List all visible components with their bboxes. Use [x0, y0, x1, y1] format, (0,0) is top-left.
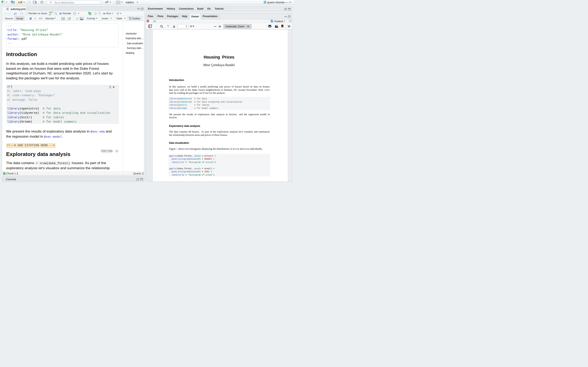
svg-text:R: R	[13, 2, 14, 4]
svg-text:1: 1	[67, 17, 68, 19]
svg-text:G: G	[105, 1, 107, 4]
svg-text:2: 2	[67, 19, 68, 20]
svg-text:R: R	[264, 1, 266, 3]
